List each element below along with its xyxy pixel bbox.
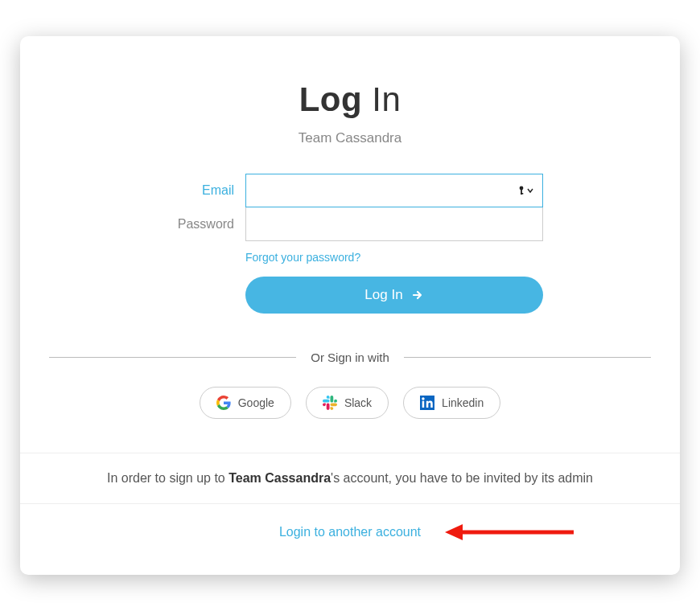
password-label: Password xyxy=(157,217,245,232)
svg-point-0 xyxy=(520,187,524,191)
linkedin-signin-button[interactable]: Linkedin xyxy=(403,387,500,419)
invite-team: Team Cassandra xyxy=(229,471,331,485)
google-icon xyxy=(216,396,231,410)
invite-notice: In order to sign up to Team Cassandra's … xyxy=(20,453,680,503)
password-input-wrap xyxy=(245,207,543,241)
linkedin-icon xyxy=(420,396,434,410)
footer: Login to another account xyxy=(20,503,680,539)
email-label: Email xyxy=(157,183,245,198)
slack-icon xyxy=(323,396,337,410)
linkedin-label: Linkedin xyxy=(442,396,484,409)
page-title: Log In xyxy=(20,80,680,119)
title-bold: Log xyxy=(299,80,362,118)
email-row: Email xyxy=(157,174,543,207)
google-label: Google xyxy=(238,396,274,409)
login-another-account-link[interactable]: Login to another account xyxy=(279,525,421,539)
annotation-arrow-icon xyxy=(445,520,574,544)
divider-line-left xyxy=(49,357,296,358)
divider: Or Sign in with xyxy=(49,351,651,364)
credential-picker-icon[interactable] xyxy=(517,186,533,195)
arrow-right-icon xyxy=(411,289,424,301)
team-subtitle: Team Cassandra xyxy=(20,130,680,146)
invite-suffix: 's account, you have to be invited by it… xyxy=(331,471,593,485)
login-form: Email Password Forgot your password? Log… xyxy=(157,174,543,314)
invite-prefix: In order to sign up to xyxy=(107,471,229,485)
email-input[interactable] xyxy=(245,174,543,207)
login-card: Log In Team Cassandra Email Password For… xyxy=(20,36,680,575)
password-input[interactable] xyxy=(245,207,543,241)
svg-rect-2 xyxy=(521,193,523,195)
forgot-password: Forgot your password? xyxy=(245,251,543,264)
divider-text: Or Sign in with xyxy=(296,351,404,364)
title-light: In xyxy=(372,80,401,118)
forgot-password-link[interactable]: Forgot your password? xyxy=(245,251,360,264)
social-login-row: Google Slack Linkedin xyxy=(20,387,680,419)
slack-label: Slack xyxy=(344,396,372,409)
slack-signin-button[interactable]: Slack xyxy=(306,387,389,419)
password-row: Password xyxy=(157,207,543,241)
divider-line-right xyxy=(404,357,651,358)
login-button[interactable]: Log In xyxy=(245,277,543,314)
email-input-wrap xyxy=(245,174,543,207)
svg-marker-5 xyxy=(445,524,463,540)
login-button-label: Log In xyxy=(364,287,402,303)
google-signin-button[interactable]: Google xyxy=(200,387,291,419)
